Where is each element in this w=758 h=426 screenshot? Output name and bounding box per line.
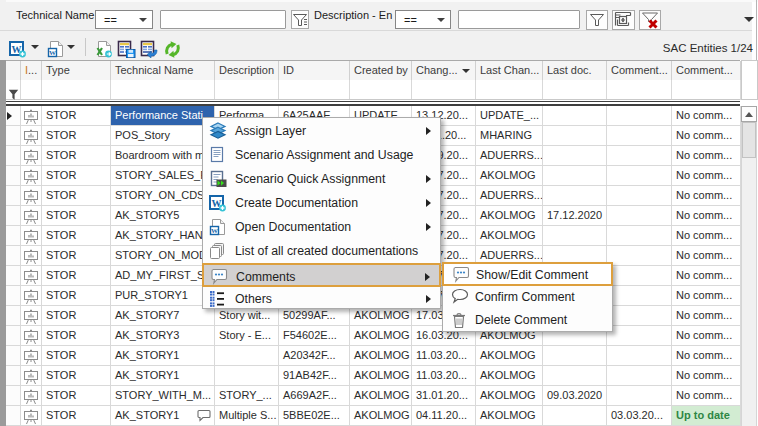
svg-text:W: W (211, 227, 218, 235)
svg-text:W: W (49, 49, 56, 57)
